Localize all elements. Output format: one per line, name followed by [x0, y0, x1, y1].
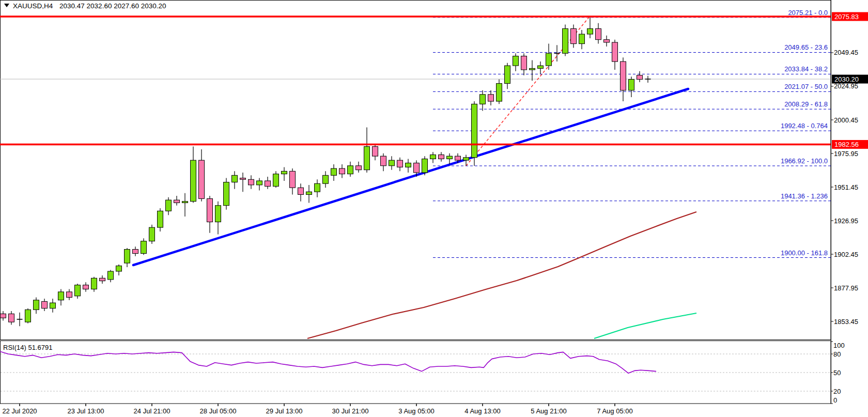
- candle-body-bull: [232, 175, 238, 182]
- fib-level-label: 2008.29 - 61.8: [784, 100, 828, 108]
- price-tick-label: 1951.45: [834, 183, 858, 191]
- price-tick-label: 2024.95: [834, 82, 858, 90]
- candle-body-bear: [621, 61, 626, 90]
- candle-body-bull: [149, 227, 155, 241]
- rsi-indicator-label: RSI(14) 51.6791: [3, 344, 52, 351]
- candle-body-bull: [480, 95, 486, 104]
- candle-body-bear: [521, 56, 527, 70]
- rsi-indicator-pane[interactable]: RSI(14) 51.6791: [0, 341, 831, 404]
- rsi-pane-border: [1, 341, 831, 404]
- candle-body-bear: [356, 166, 362, 170]
- fib-level-label: 1941.36 - 1.236: [781, 192, 828, 200]
- rsi-scale-label: 80: [833, 350, 841, 358]
- price-badge-text: 2030.20: [834, 75, 859, 83]
- candle-body-bear: [67, 292, 72, 298]
- candle-body-bear: [290, 171, 296, 188]
- candle-body-bull: [497, 84, 502, 101]
- candle-body-bull: [563, 28, 568, 53]
- fib-level-label: 1900.00 - 161.8: [781, 249, 828, 257]
- rsi-scale-label: 100: [833, 342, 845, 349]
- candle: [25, 308, 31, 323]
- candle-body-bull: [323, 175, 329, 183]
- candle-body-bear: [397, 160, 403, 167]
- candle-body-bull: [58, 292, 64, 300]
- title-ohlc-values: 2030.47 2032.60 2027.60 2030.20: [59, 2, 166, 10]
- candle-body-bull: [166, 200, 172, 211]
- candle-body-bull: [406, 163, 411, 167]
- candle: [422, 156, 428, 175]
- price-tick-label: 1902.45: [834, 251, 858, 258]
- chart-title: XAUUSD,H4 2030.47 2032.60 2027.60 2030.2…: [4, 2, 166, 10]
- candle-body-bear: [1, 314, 6, 318]
- candle-body-bull: [34, 300, 39, 310]
- candle-body-bear: [414, 163, 420, 173]
- candle-body-bull: [546, 53, 552, 66]
- rsi-scale-label: 50: [833, 369, 841, 377]
- candle-body-bull: [315, 183, 320, 192]
- candle-body-bull: [91, 278, 97, 289]
- candle-body-bull: [348, 166, 353, 174]
- candle-body-bear: [612, 42, 618, 61]
- candle-body-bull: [75, 285, 81, 296]
- chart-svg: 2075.21 - 0.02049.65 - 23.62033.84 - 38.…: [0, 0, 868, 417]
- symbol-period-label: XAUUSD,H4: [13, 2, 53, 10]
- candle: [563, 24, 568, 56]
- time-tick-label: 5 Aug 21:00: [531, 407, 566, 415]
- fib-level-label: 1966.92 - 100.0: [781, 157, 828, 165]
- candle-body-bear: [339, 168, 345, 174]
- rsi-scale-label: 20: [833, 388, 841, 395]
- price-tick-label: 2049.45: [834, 49, 858, 56]
- candle: [472, 101, 477, 166]
- price-tick-label: 1853.45: [834, 318, 858, 326]
- candle-body-bull: [273, 174, 279, 187]
- candle-body-bull: [191, 160, 196, 202]
- candle-body-bull: [224, 182, 229, 206]
- candle-body-bear: [83, 285, 89, 289]
- candle-body-bear: [100, 278, 105, 281]
- candle-body-bear: [42, 301, 48, 308]
- time-tick-label: 22 Jul 2020: [2, 407, 37, 415]
- candle-body-bull: [530, 68, 535, 70]
- candle-body-bull: [257, 181, 262, 185]
- time-axis[interactable]: 22 Jul 202023 Jul 13:0024 Jul 21:0028 Ju…: [2, 404, 632, 415]
- candle-body-bull: [538, 66, 544, 68]
- time-tick-label: 29 Jul 13:00: [266, 407, 303, 415]
- time-tick-label: 23 Jul 13:00: [68, 407, 104, 415]
- candle-body-bear: [571, 28, 577, 43]
- candle-body-bear: [455, 156, 461, 160]
- price-badge-text: 2075.83: [834, 13, 859, 21]
- candle: [224, 178, 229, 210]
- candle-body-bear: [604, 40, 610, 42]
- candle-body-bull: [513, 56, 519, 66]
- time-tick-label: 24 Jul 21:00: [134, 407, 171, 415]
- candle-body-bull: [364, 147, 370, 170]
- price-badge-text: 1982.56: [834, 141, 859, 148]
- candle-body-bear: [133, 250, 138, 254]
- price-tick-label: 1975.95: [834, 150, 858, 158]
- candle-body-bull: [505, 66, 510, 83]
- candle-body-bear: [265, 181, 271, 187]
- candle-body-bull: [629, 80, 634, 90]
- candle-body-bull: [215, 206, 221, 222]
- time-tick-label: 4 Aug 13:00: [464, 407, 500, 415]
- candle-body-bull: [447, 156, 453, 159]
- candle-body-bull: [182, 202, 188, 203]
- candle-body-bull: [389, 160, 395, 166]
- candle-body-bull: [587, 28, 593, 34]
- time-tick-label: 30 Jul 21:00: [332, 407, 369, 415]
- price-axis[interactable]: 2049.452024.952000.451975.951951.451926.…: [831, 0, 868, 404]
- candle-body-bear: [9, 314, 14, 322]
- candle-body-bull: [125, 250, 130, 264]
- candle-body-bull: [422, 159, 428, 173]
- candle-body-bull: [141, 241, 147, 254]
- candlestick-pane[interactable]: 2075.21 - 0.02049.65 - 23.62033.84 - 38.…: [0, 1, 831, 340]
- time-tick-label: 28 Jul 05:00: [200, 407, 237, 415]
- candle-body-bull: [50, 303, 56, 308]
- candle-body-bull: [108, 271, 114, 280]
- fib-level-label: 2075.21 - 0.0: [788, 9, 828, 17]
- price-tick-label: 1877.95: [834, 284, 858, 292]
- fib-level-label: 2049.65 - 23.6: [784, 43, 828, 51]
- trading-terminal-chart-window: 2075.21 - 0.02049.65 - 23.62033.84 - 38.…: [0, 0, 868, 417]
- rsi-scale-label: 0: [833, 396, 837, 404]
- candle-body-bear: [174, 200, 180, 203]
